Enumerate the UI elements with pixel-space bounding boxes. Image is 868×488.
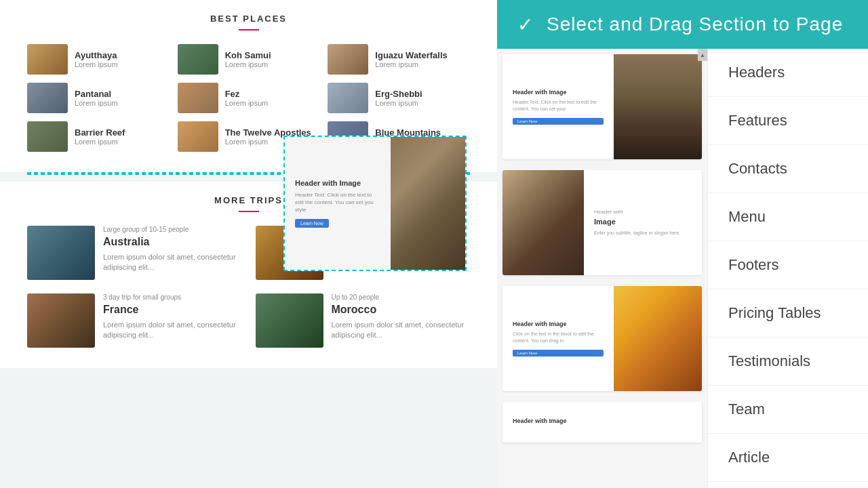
thumb-title: Header with Image: [513, 89, 604, 96]
drag-preview-title: Header with Image: [295, 179, 380, 187]
trip-thumb-image: [256, 293, 323, 348]
trip-name: Morocco: [332, 304, 471, 316]
trip-thumb-image: [27, 293, 95, 348]
place-name: Ayutthaya: [75, 50, 118, 60]
trip-name: Australia: [103, 236, 242, 248]
place-lorem: Lorem ipsum: [75, 138, 125, 146]
sidebar-item-images-videos[interactable]: Images & Videos: [708, 482, 868, 488]
check-icon: ✓: [517, 14, 533, 36]
thumb-title: Header with Image: [513, 418, 567, 424]
thumbnail-card[interactable]: Header with Image: [502, 402, 702, 443]
list-item: PantanalLorem ipsum: [27, 83, 170, 113]
place-lorem: Lorem ipsum: [75, 99, 118, 107]
drag-preview-button[interactable]: Learn Now: [295, 219, 329, 228]
sidebar-item-footers[interactable]: Footers: [708, 241, 868, 289]
right-panel: ▲ Header with Image Header Text: Click o…: [497, 0, 868, 488]
place-lorem: Lorem ipsum: [75, 60, 118, 68]
drag-preview[interactable]: Header with Image Header Text: Click on …: [283, 136, 467, 271]
title-underline: [239, 29, 259, 30]
thumb-text: Click on the text in the block to edit t…: [513, 331, 604, 344]
thumb-subtitle: Header with: [594, 209, 692, 215]
place-name: Pantanal: [75, 89, 118, 99]
sidebar-item-menu[interactable]: Menu: [708, 193, 868, 241]
list-item: Erg-ShebbiLorem ipsum: [328, 83, 470, 113]
place-thumb: [27, 121, 68, 152]
place-name: Barrier Reef: [75, 127, 125, 138]
place-thumb: [178, 83, 218, 113]
place-thumb: [178, 44, 218, 75]
nav-column: Headers Features Contacts Menu Footers P…: [707, 0, 868, 488]
thumb-text: Enter you subtitle, tagline or slogan he…: [594, 230, 692, 237]
top-bar: ✓ Select and Drag Section to Page: [497, 0, 868, 49]
scroll-up-arrow[interactable]: ▲: [698, 49, 707, 61]
trip-subtitle: 3 day trip for small groups: [103, 293, 242, 301]
drag-preview-text: Header Text: Click on the text to edit t…: [295, 191, 380, 214]
list-item: Up to 20 people Morocco Lorem ipsum dolo…: [256, 293, 471, 348]
sidebar-item-headers[interactable]: Headers: [708, 49, 868, 97]
place-lorem: Lorem ipsum: [375, 99, 422, 107]
best-places-title: BEST PLACES: [27, 14, 470, 24]
list-item: Koh SamuiLorem ipsum: [178, 44, 320, 75]
thumb-image: [614, 286, 702, 391]
thumb-image: [502, 170, 584, 275]
list-item: Iguazu WaterfallsLorem ipsum: [328, 44, 470, 75]
list-item: AyutthayaLorem ipsum: [27, 44, 170, 75]
thumbnail-card[interactable]: Header with Image Header Text: Click on …: [502, 54, 702, 159]
list-item: Large group of 10-15 people Australia Lo…: [27, 226, 242, 280]
trip-subtitle: Large group of 10-15 people: [103, 226, 242, 233]
title-underline-2: [239, 211, 259, 212]
trip-thumb-image: [27, 226, 95, 280]
list-item: Barrier ReefLorem ipsum: [27, 121, 170, 152]
sidebar-item-pricing-tables[interactable]: Pricing Tables: [708, 289, 868, 338]
sidebar-item-features[interactable]: Features: [708, 97, 868, 145]
thumb-title: Header with Image: [513, 321, 604, 327]
trip-description: Lorem ipsum dolor sit amet, consectetur …: [103, 252, 242, 273]
thumbnail-card[interactable]: Header with Image Enter you subtitle, ta…: [502, 170, 702, 275]
top-bar-title: Select and Drag Section to Page: [547, 14, 843, 35]
thumb-text: Header Text: Click on the text to edit t…: [513, 99, 604, 113]
sidebar-item-team[interactable]: Team: [708, 386, 868, 434]
thumb-title: Image: [594, 218, 692, 226]
trip-description: Lorem ipsum dolor sit amet, consectetur …: [103, 320, 242, 341]
place-thumb: [27, 44, 68, 75]
left-panel: BEST PLACES AyutthayaLorem ipsum Koh Sam…: [0, 0, 497, 488]
place-name: Erg-Shebbi: [375, 89, 422, 99]
thumb-image: [614, 54, 702, 159]
place-name: Koh Samui: [225, 50, 271, 60]
place-thumb: [178, 121, 218, 152]
thumb-button: Learn Now: [513, 118, 604, 125]
trip-name: France: [103, 304, 242, 316]
thumbnails-column: Header with Image Header Text: Click on …: [497, 0, 707, 488]
place-thumb: [328, 44, 368, 75]
thumbnail-card[interactable]: Header with Image Click on the text in t…: [502, 286, 702, 391]
thumb-button: Learn Now: [513, 350, 604, 357]
list-item: 3 day trip for small groups France Lorem…: [27, 293, 242, 348]
trip-subtitle: Up to 20 people: [332, 293, 471, 301]
place-lorem: Lorem ipsum: [225, 99, 269, 107]
list-item: FezLorem ipsum: [178, 83, 320, 113]
place-lorem: Lorem ipsum: [225, 60, 271, 68]
place-name: Iguazu Waterfalls: [375, 50, 447, 60]
place-thumb: [27, 83, 68, 113]
place-name: Fez: [225, 89, 269, 99]
sidebar-item-contacts[interactable]: Contacts: [708, 145, 868, 193]
sidebar-item-article[interactable]: Article: [708, 434, 868, 482]
trip-description: Lorem ipsum dolor sit amet, consectetur …: [332, 320, 471, 341]
place-lorem: Lorem ipsum: [375, 60, 447, 68]
sidebar-item-testimonials[interactable]: Testimonials: [708, 338, 868, 386]
place-thumb: [328, 83, 368, 113]
drag-preview-image: [391, 137, 465, 270]
